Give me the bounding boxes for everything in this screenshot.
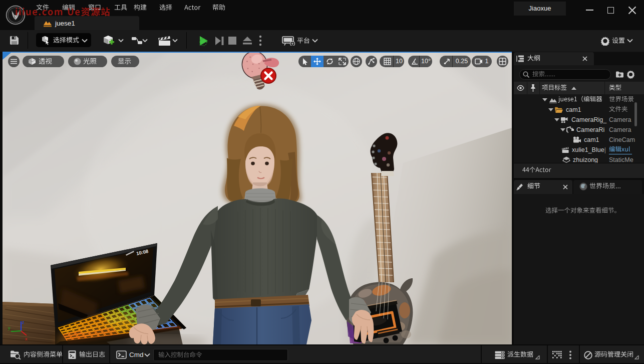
svg-text:x: x — [25, 336, 28, 341]
svg-text:z: z — [22, 320, 25, 325]
svg-text:y: y — [8, 325, 11, 330]
